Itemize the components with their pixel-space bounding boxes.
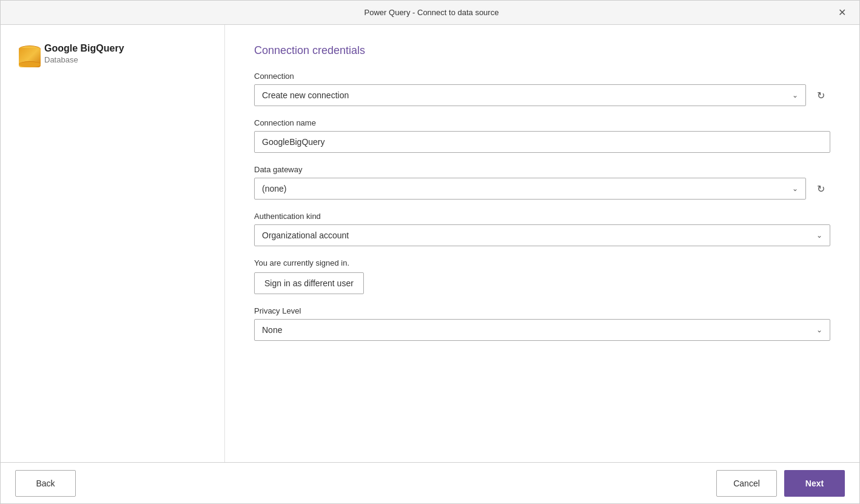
auth-kind-dropdown-value: Organizational account: [262, 230, 349, 240]
chevron-down-icon: ⌄: [816, 326, 822, 334]
dialog-footer: Back Cancel Next: [1, 462, 859, 503]
chevron-down-icon: ⌄: [792, 91, 798, 99]
main-content: Connection credentials Connection Create…: [225, 25, 859, 462]
section-title: Connection credentials: [254, 44, 830, 57]
connection-name-group: Connection name: [254, 118, 830, 153]
connection-name-input[interactable]: [254, 131, 830, 153]
db-icon-bottom: [19, 61, 41, 67]
sign-in-different-user-button[interactable]: Sign in as different user: [254, 272, 364, 294]
connection-label: Connection: [254, 72, 830, 81]
auth-kind-dropdown[interactable]: Organizational account ⌄: [254, 224, 830, 246]
signed-in-text: You are currently signed in.: [254, 258, 830, 267]
close-button[interactable]: ✕: [835, 5, 850, 20]
privacy-level-group: Privacy Level None ⌄: [254, 306, 830, 341]
footer-left: Back: [15, 470, 76, 497]
connector-type: Database: [44, 55, 124, 64]
dialog-title: Power Query - Connect to data source: [29, 8, 835, 17]
dialog-body: Google BigQuery Database Connection cred…: [1, 25, 859, 462]
connection-dropdown-value: Create new connection: [262, 90, 349, 100]
sidebar-info: Google BigQuery Database: [44, 43, 124, 64]
footer-right: Cancel Next: [716, 470, 845, 497]
auth-kind-label: Authentication kind: [254, 212, 830, 221]
connection-group: Connection Create new connection ⌄ ↻: [254, 72, 830, 106]
data-gateway-group: Data gateway (none) ⌄ ↻: [254, 165, 830, 200]
dialog-window: Power Query - Connect to data source ✕ G…: [0, 0, 860, 504]
data-gateway-dropdown-value: (none): [262, 184, 286, 193]
cancel-button[interactable]: Cancel: [716, 470, 777, 497]
connection-name-label: Connection name: [254, 118, 830, 127]
auth-kind-group: Authentication kind Organizational accou…: [254, 212, 830, 246]
data-gateway-row: (none) ⌄ ↻: [254, 178, 830, 200]
chevron-down-icon: ⌄: [792, 184, 798, 193]
sidebar: Google BigQuery Database: [1, 25, 225, 462]
connection-dropdown[interactable]: Create new connection ⌄: [254, 84, 806, 106]
data-gateway-label: Data gateway: [254, 165, 830, 174]
sign-in-group: You are currently signed in. Sign in as …: [254, 258, 830, 294]
connection-refresh-button[interactable]: ↻: [811, 86, 830, 105]
privacy-level-label: Privacy Level: [254, 306, 830, 315]
connector-name: Google BigQuery: [44, 43, 124, 54]
privacy-level-dropdown-value: None: [262, 325, 282, 335]
chevron-down-icon: ⌄: [816, 231, 822, 240]
database-icon: [15, 43, 44, 72]
next-button[interactable]: Next: [784, 470, 845, 497]
back-button[interactable]: Back: [15, 470, 76, 497]
privacy-level-dropdown[interactable]: None ⌄: [254, 319, 830, 341]
connection-row: Create new connection ⌄ ↻: [254, 84, 830, 106]
data-gateway-refresh-button[interactable]: ↻: [811, 179, 830, 198]
data-gateway-dropdown[interactable]: (none) ⌄: [254, 178, 806, 200]
title-bar: Power Query - Connect to data source ✕: [1, 1, 859, 25]
